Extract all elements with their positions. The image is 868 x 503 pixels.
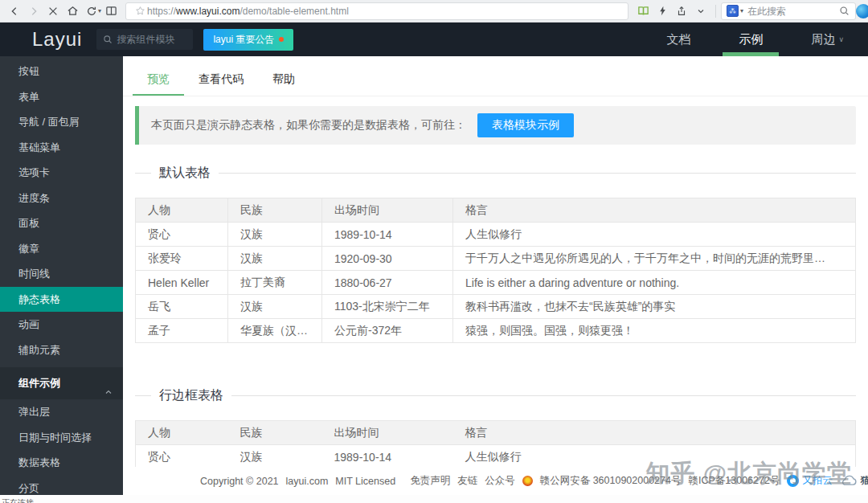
browser-app-icon[interactable] xyxy=(856,4,868,18)
main-content: 预览 查看代码 帮助 本页面只是演示静态表格，如果你需要的是数据表格，可前往： … xyxy=(123,56,868,495)
table-row: 贤心 汉族 1989-10-14 人生似修行 xyxy=(136,445,856,469)
table-cell: 贤心 xyxy=(136,223,228,247)
sidebar-nav: 按钮 表单 导航 / 面包屑 基础菜单 选项卡 进度条 面板 徽章 时间线 静态… xyxy=(0,56,123,495)
table-header-row: 人物 民族 出场时间 格言 xyxy=(136,198,856,223)
nav-item-examples[interactable]: 示例 xyxy=(714,22,787,56)
table-cell: 汉族 xyxy=(228,445,322,469)
tab-view-code[interactable]: 查看代码 xyxy=(184,63,258,96)
layui-logo[interactable]: Layui xyxy=(0,28,93,51)
table-cell: 人生似修行 xyxy=(453,445,856,469)
forward-icon[interactable] xyxy=(24,2,43,21)
favorite-star-icon[interactable] xyxy=(133,2,147,21)
table-cell: 于千万人之中遇见你所遇见的人，于千万年之中，时间的无涯的荒野里… xyxy=(453,247,856,271)
search-engine-caret-icon[interactable]: ▾ xyxy=(740,7,743,14)
disclaimer-link[interactable]: 免责声明 xyxy=(410,474,450,488)
reading-list-icon[interactable] xyxy=(101,2,121,21)
table-cell: 1103-北宋崇宁二年 xyxy=(322,295,453,319)
copyright-text: Copyright © 2021 xyxy=(200,476,278,487)
table-cell: Helen Keller xyxy=(136,271,228,295)
sidebar-item-panel[interactable]: 面板 xyxy=(0,211,123,236)
cloud-icon xyxy=(840,475,858,487)
police-badge-icon xyxy=(522,476,533,486)
notice-button[interactable]: layui 重要公告 xyxy=(203,29,293,51)
table-cell: 1880-06-27 xyxy=(322,271,453,295)
col-header: 出场时间 xyxy=(322,198,453,223)
table-module-demo-button[interactable]: 表格模块示例 xyxy=(477,113,574,137)
sidebar-item-static-table[interactable]: 静态表格 xyxy=(0,287,123,313)
table-cell: 教科书再滥改，也抹不去“民族英雄”的事实 xyxy=(453,295,856,319)
sidebar-item-form[interactable]: 表单 xyxy=(0,84,123,110)
table-cell: 华夏族（汉族） xyxy=(228,319,322,343)
sidebar-item-tabs[interactable]: 选项卡 xyxy=(0,160,123,186)
default-table: 人物 民族 出场时间 格言 贤心 汉族 1989-10-14 人生似修行 张爱玲… xyxy=(135,198,856,343)
col-header: 人物 xyxy=(136,198,228,223)
maocloud-sponsor-link[interactable]: 猫云 xyxy=(840,474,868,488)
wechat-link[interactable]: 公众号 xyxy=(485,474,515,488)
sidebar-item-data-table[interactable]: 数据表格 xyxy=(0,450,123,476)
chevron-down-icon[interactable] xyxy=(691,2,710,21)
notice-quote: 本页面只是演示静态表格，如果你需要的是数据表格，可前往： 表格模块示例 xyxy=(135,106,856,145)
table-cell: 拉丁美裔 xyxy=(228,271,322,295)
table-cell: 张爱玲 xyxy=(136,247,228,271)
sidebar-item-nav[interactable]: 导航 / 面包屑 xyxy=(0,109,123,135)
sidebar-item-button[interactable]: 按钮 xyxy=(0,59,123,84)
table-cell: 贤心 xyxy=(136,445,228,469)
section-default-table: 默认表格 xyxy=(135,165,856,182)
browser-search-box[interactable]: ⁂ ▾ xyxy=(721,2,856,20)
url-text: https://www.layui.com/demo/table-element… xyxy=(147,6,349,17)
share-icon[interactable] xyxy=(672,2,691,21)
table-header-row: 人物 民族 出场时间 格言 xyxy=(136,421,856,445)
module-search-box[interactable] xyxy=(96,29,193,50)
table-cell: 岳飞 xyxy=(136,295,228,319)
reader-mode-icon[interactable] xyxy=(633,2,653,21)
address-bar[interactable]: https://www.layui.com/demo/table-element… xyxy=(125,2,628,20)
tab-preview[interactable]: 预览 xyxy=(133,63,184,96)
tab-help[interactable]: 帮助 xyxy=(258,63,309,96)
toolbar-divider xyxy=(715,5,716,18)
upyun-sponsor-link[interactable]: 又拍云 xyxy=(787,474,833,488)
sidebar-section-components[interactable]: 组件示例 xyxy=(0,367,123,399)
back-icon[interactable] xyxy=(5,2,24,21)
license-text: MIT Licensed xyxy=(335,476,395,487)
col-header: 格言 xyxy=(453,421,856,445)
table-cell: 1989-10-14 xyxy=(322,445,453,469)
sidebar-item-laydate[interactable]: 日期与时间选择 xyxy=(0,425,123,451)
nav-item-docs[interactable]: 文档 xyxy=(642,22,714,56)
flash-icon[interactable] xyxy=(653,2,672,21)
table-cell: 汉族 xyxy=(228,295,322,319)
nav-item-around[interactable]: 周边∨ xyxy=(787,22,868,56)
table-cell: 孟子 xyxy=(136,319,228,343)
home-icon[interactable] xyxy=(63,2,82,21)
icp-record-link[interactable]: 赣ICP备13006272号 xyxy=(688,474,780,488)
police-record-link[interactable]: 赣公网安备 36010902000274号 xyxy=(540,474,682,488)
table-row: 孟子 华夏族（汉族） 公元前-372年 猿强，则国强。国强，则猿更强！ xyxy=(136,319,856,343)
chevron-down-icon: ∨ xyxy=(838,35,844,43)
table-cell: 1989-10-14 xyxy=(322,223,453,247)
table-row: 岳飞 汉族 1103-北宋崇宁二年 教科书再滥改，也抹不去“民族英雄”的事实 xyxy=(136,295,856,319)
friend-links-link[interactable]: 友链 xyxy=(457,474,477,488)
table-cell: 猿强，则国强。国强，则猿更强！ xyxy=(453,319,856,343)
browser-toolbar: ▾ https://www.layui.com/demo/table-eleme… xyxy=(0,0,868,22)
module-search-input[interactable] xyxy=(117,34,186,45)
table-cell: 公元前-372年 xyxy=(322,319,453,343)
table-cell: Life is either a daring adventure or not… xyxy=(453,271,856,295)
stop-icon[interactable] xyxy=(43,2,63,21)
col-header: 出场时间 xyxy=(322,421,453,445)
chevron-up-icon xyxy=(104,378,113,410)
sidebar-item-progress[interactable]: 进度条 xyxy=(0,186,123,211)
site-link[interactable]: layui.com xyxy=(286,476,329,487)
sidebar-item-anim[interactable]: 动画 xyxy=(0,312,123,337)
search-icon xyxy=(103,35,113,44)
sidebar-item-auxiliar[interactable]: 辅助元素 xyxy=(0,337,123,363)
sidebar-item-paging[interactable]: 分页 xyxy=(0,476,123,496)
notice-dot-icon xyxy=(279,37,284,42)
upyun-icon xyxy=(787,475,799,487)
sidebar-item-timeline[interactable]: 时间线 xyxy=(0,261,123,287)
search-icon[interactable] xyxy=(837,2,850,21)
search-engine-icon[interactable]: ⁂ xyxy=(727,5,739,17)
table-row: 贤心 汉族 1989-10-14 人生似修行 xyxy=(136,223,856,247)
sidebar-item-badge[interactable]: 徽章 xyxy=(0,236,123,262)
col-header: 民族 xyxy=(228,421,322,445)
sidebar-item-menu[interactable]: 基础菜单 xyxy=(0,135,123,161)
browser-search-input[interactable] xyxy=(747,6,837,17)
